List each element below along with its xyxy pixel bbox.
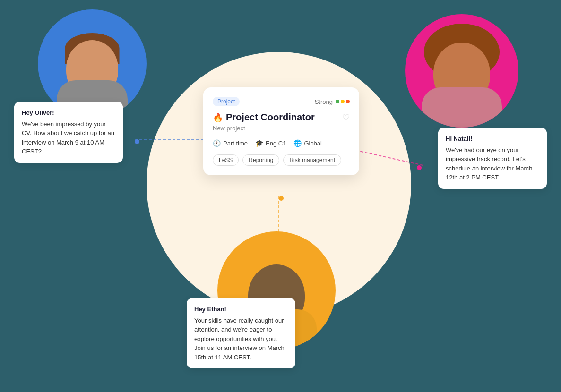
bubble-natali-name: Hi Natali! <box>446 134 539 144</box>
skill-tag-risk[interactable]: Risk management <box>283 154 341 166</box>
strength-dots <box>336 100 350 103</box>
chat-bubble-ethan: Hey Ethan! Your skills have really caugh… <box>187 298 295 368</box>
strength-label: Strong <box>315 98 333 105</box>
graduation-icon: 🎓 <box>255 139 263 147</box>
chat-bubble-oliver: Hey Oliver! We've been impressed by your… <box>14 102 123 163</box>
connector-dot-ethan <box>279 196 284 201</box>
detail-language: 🎓 Eng C1 <box>255 139 286 147</box>
job-card: Project Strong 🔥 Project Coordinator ♡ N… <box>203 87 359 175</box>
dot-3 <box>346 100 350 103</box>
detail-part-time: 🕐 Part time <box>213 139 248 147</box>
bubble-natali-text: We've had our eye on your impressive tra… <box>446 146 533 181</box>
job-subtitle: New project <box>213 125 350 132</box>
clock-icon: 🕐 <box>213 139 221 147</box>
bubble-ethan-text: Your skills have really caught our atten… <box>194 317 285 361</box>
skill-tag-reporting[interactable]: Reporting <box>242 154 279 166</box>
detail-location: 🌐 Global <box>293 139 322 147</box>
bubble-oliver-text: We've been impressed by your CV. How abo… <box>22 120 114 155</box>
bubble-ethan-name: Hey Ethan! <box>194 305 288 314</box>
globe-icon: 🌐 <box>293 139 302 147</box>
job-details: 🕐 Part time 🎓 Eng C1 🌐 Global <box>213 139 350 147</box>
fire-icon: 🔥 <box>213 112 223 123</box>
skill-tags: LeSS Reporting Risk management <box>213 154 350 166</box>
chat-bubble-natali: Hi Natali! We've had our eye on your imp… <box>438 128 547 189</box>
bubble-oliver-name: Hey Oliver! <box>22 108 115 118</box>
favorite-icon[interactable]: ♡ <box>342 112 350 123</box>
job-title: 🔥 Project Coordinator <box>213 112 315 123</box>
dot-2 <box>341 100 345 103</box>
connector-dot-oliver <box>135 139 139 144</box>
card-tag: Project <box>213 97 240 106</box>
connector-dot-natali <box>417 165 422 170</box>
avatar-natali <box>405 14 518 128</box>
skill-tag-less[interactable]: LeSS <box>213 154 239 166</box>
dot-1 <box>336 100 339 103</box>
